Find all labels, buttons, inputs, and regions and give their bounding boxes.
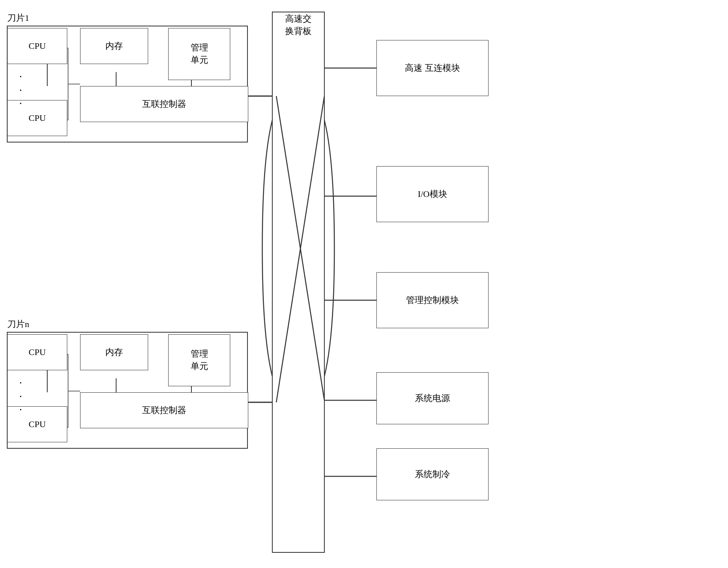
blade1-title: 刀片1 (7, 12, 29, 24)
blade1-cpu-bottom: CPU (7, 100, 67, 136)
blade2-memory: 内存 (80, 334, 148, 370)
blade2-title: 刀片n (7, 318, 29, 330)
svg-rect-2 (272, 12, 324, 552)
system-power-module: 系统电源 (376, 372, 489, 424)
blade2-interconnect-controller: 互联控制器 (80, 392, 248, 428)
svg-line-18 (276, 96, 324, 400)
blade2-cpu-top: CPU (7, 334, 67, 370)
svg-line-19 (276, 96, 324, 402)
management-control-module: 管理控制模块 (376, 272, 489, 328)
blade1-management-unit: 管理 单元 (168, 28, 230, 80)
backplane-label: 高速交换背板 (274, 13, 322, 38)
blade1-cpu-top: CPU (7, 28, 67, 64)
blade1-interconnect-controller: 互联控制器 (80, 86, 248, 122)
high-speed-module: 高速 互连模块 (376, 40, 489, 96)
blade2-cpu-bottom: CPU (7, 406, 67, 442)
io-module: I/O模块 (376, 166, 489, 222)
diagram-container: 刀片1 CPU CPU ··· 内存 管理 单元 互联控制器 刀片n CPU C… (0, 0, 728, 568)
blade2-management-unit: 管理 单元 (168, 334, 230, 386)
blade2-dots: ··· (19, 376, 22, 417)
diagram-lines (0, 0, 728, 568)
blade1-dots: ··· (19, 70, 22, 110)
system-cooling-module: 系统制冷 (376, 448, 489, 500)
blade1-memory: 内存 (80, 28, 148, 64)
